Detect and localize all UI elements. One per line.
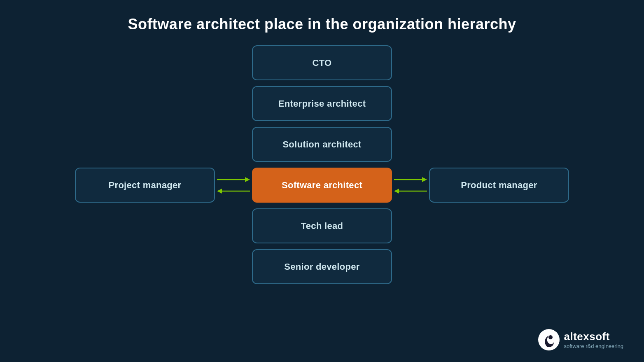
right-arrows [392, 175, 429, 195]
arrow-left-1 [217, 187, 250, 195]
cto-node: CTO [252, 45, 392, 80]
senior-developer-node: Senior developer [252, 249, 392, 284]
arrow-right-1 [217, 175, 250, 184]
logo: altexsoft software r&d engineering [538, 329, 623, 350]
svg-marker-3 [217, 189, 222, 194]
enterprise-architect-node: Enterprise architect [252, 86, 392, 121]
svg-point-9 [548, 335, 553, 339]
svg-marker-7 [394, 189, 399, 194]
arrow-left-2 [394, 187, 427, 195]
project-manager-node: Project manager [75, 168, 215, 203]
diagram: CTO Enterprise architect Solution archit… [0, 41, 644, 362]
altexsoft-logo-icon [538, 329, 560, 350]
svg-point-8 [538, 329, 560, 350]
software-architect-node: Software architect [252, 168, 392, 203]
left-arrows [215, 175, 252, 195]
logo-name: altexsoft [564, 330, 623, 343]
logo-subtitle: software r&d engineering [564, 343, 623, 349]
page-title: Software architect place in the organiza… [0, 0, 644, 33]
logo-text: altexsoft software r&d engineering [564, 330, 623, 349]
tech-lead-node: Tech lead [252, 208, 392, 243]
arrow-right-2 [394, 175, 427, 184]
svg-marker-1 [245, 177, 250, 182]
solution-architect-node: Solution architect [252, 127, 392, 162]
svg-marker-5 [422, 177, 427, 182]
product-manager-node: Product manager [429, 168, 569, 203]
